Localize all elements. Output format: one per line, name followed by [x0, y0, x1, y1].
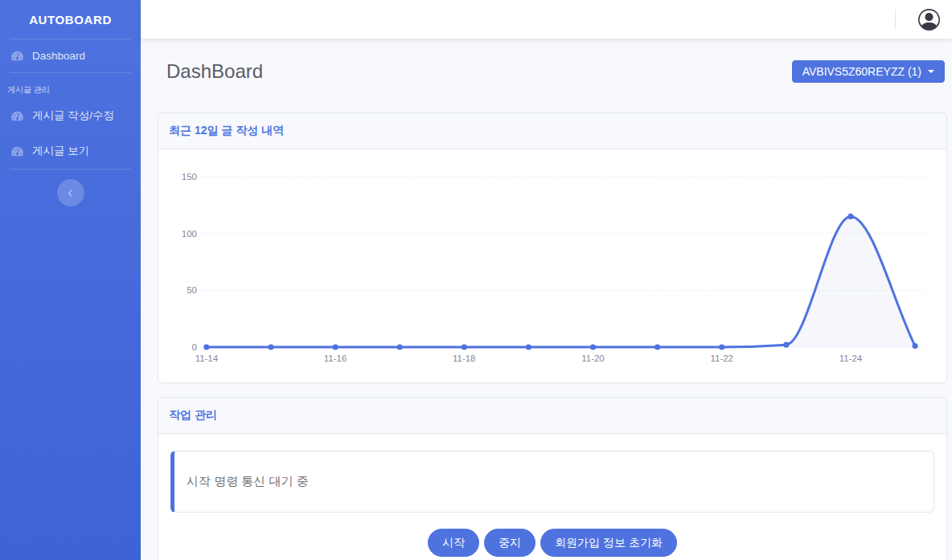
- stop-button[interactable]: 중지: [484, 529, 536, 557]
- sidebar-item-label: Dashboard: [32, 50, 85, 62]
- line-chart: 05010015011-1411-1611-1811-2011-2211-24: [174, 164, 930, 367]
- sidebar: AUTOBOARD Dashboard 게시글 관리 게시글 작성/수정 게시글…: [0, 0, 141, 560]
- sidebar-divider: [10, 169, 131, 170]
- svg-text:0: 0: [192, 342, 197, 352]
- account-dropdown-button[interactable]: AVBIVS5Z60REYZZ (1): [792, 60, 945, 83]
- caret-down-icon: [928, 70, 934, 73]
- svg-text:11-20: 11-20: [581, 354, 604, 363]
- account-dropdown-label: AVBIVS5Z60REYZZ (1): [802, 65, 921, 78]
- svg-text:11-18: 11-18: [453, 354, 475, 363]
- sidebar-item-dashboard[interactable]: Dashboard: [0, 39, 141, 72]
- sidebar-collapse-button[interactable]: [57, 179, 84, 206]
- app-root: AUTOBOARD Dashboard 게시글 관리 게시글 작성/수정 게시글…: [0, 0, 952, 560]
- page-head: DashBoard AVBIVS5Z60REYZZ (1): [158, 60, 947, 83]
- task-card: 작업 관리 시작 명령 통신 대기 중 시작 중지 회원가입 정보 초기화: [158, 397, 947, 560]
- svg-text:100: 100: [182, 229, 197, 239]
- sidebar-item-post-edit[interactable]: 게시글 작성/수정: [0, 98, 141, 133]
- chart-card: 최근 12일 글 작성 내역 05010015011-1411-1611-181…: [158, 112, 947, 383]
- svg-text:11-16: 11-16: [324, 354, 347, 363]
- svg-text:150: 150: [182, 172, 197, 182]
- sidebar-item-label: 게시글 작성/수정: [32, 108, 114, 123]
- person-circle-icon: [918, 9, 940, 31]
- tachometer-icon: [11, 146, 25, 157]
- tachometer-icon: [11, 51, 25, 61]
- svg-text:50: 50: [187, 285, 197, 295]
- start-button[interactable]: 시작: [428, 529, 479, 557]
- main-area: DashBoard AVBIVS5Z60REYZZ (1) 최근 12일 글 작…: [141, 39, 952, 560]
- brand-link[interactable]: AUTOBOARD: [0, 0, 141, 39]
- topbar: [141, 0, 952, 39]
- svg-text:11-24: 11-24: [839, 354, 863, 363]
- status-message-box: 시작 명령 통신 대기 중: [170, 451, 934, 513]
- svg-text:11-22: 11-22: [711, 354, 733, 363]
- chart-card-body: 05010015011-1411-1611-1811-2011-2211-24: [158, 149, 946, 382]
- sidebar-item-label: 게시글 보기: [32, 144, 89, 158]
- reset-signup-info-button[interactable]: 회원가입 정보 초기화: [540, 529, 677, 557]
- chevron-left-icon: [66, 189, 75, 198]
- topbar-divider: [895, 10, 896, 30]
- content-column: DashBoard AVBIVS5Z60REYZZ (1) 최근 12일 글 작…: [141, 0, 952, 560]
- chart-card-title: 최근 12일 글 작성 내역: [158, 113, 946, 149]
- task-button-row: 시작 중지 회원가입 정보 초기화: [170, 529, 934, 557]
- task-card-body: 시작 명령 통신 대기 중 시작 중지 회원가입 정보 초기화: [158, 434, 946, 560]
- tachometer-icon: [11, 111, 25, 121]
- svg-text:11-14: 11-14: [195, 354, 219, 363]
- sidebar-section-heading: 게시글 관리: [0, 73, 141, 98]
- page-title: DashBoard: [166, 60, 263, 83]
- user-menu-button[interactable]: [913, 7, 945, 32]
- status-message: 시작 명령 통신 대기 중: [187, 474, 309, 489]
- sidebar-item-post-view[interactable]: 게시글 보기: [0, 133, 141, 169]
- task-card-title: 작업 관리: [158, 398, 946, 434]
